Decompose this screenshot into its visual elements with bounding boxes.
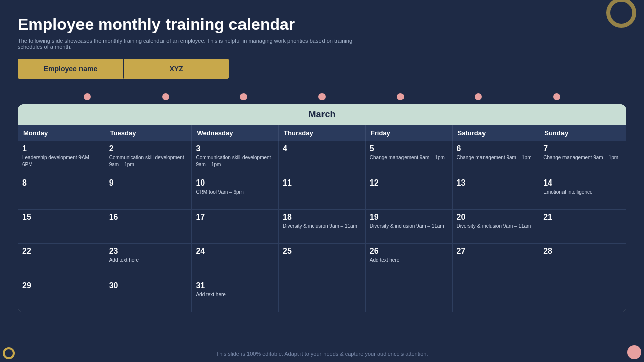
col-thursday: Thursday <box>279 125 366 141</box>
calendar-cell-w2-d7: 14Emotional intelligence <box>539 175 626 210</box>
day-number: 14 <box>543 178 622 188</box>
day-number: 24 <box>196 247 274 256</box>
timeline-dot-3 <box>240 93 247 100</box>
calendar-grid: Monday Tuesday Wednesday Thursday Friday… <box>18 125 626 312</box>
event-text: Diversity & inclusion 9am – 11am <box>283 223 361 230</box>
calendar-cell-w5-d1: 29 <box>18 278 105 312</box>
calendar-cell-w1-d6: 6Change management 9am – 1pm <box>452 141 539 175</box>
calendar-cell-w2-d4: 11 <box>279 175 366 210</box>
calendar-header-row: Monday Tuesday Wednesday Thursday Friday… <box>18 125 626 141</box>
day-number: 22 <box>22 247 101 256</box>
calendar-week-1: 1Leadership development 9AM – 6PM2Commun… <box>18 141 626 175</box>
deco-circle-bottom-right <box>627 345 641 359</box>
day-number: 15 <box>22 213 101 222</box>
deco-circle-bottom-left <box>3 347 15 359</box>
page-subtitle: The following slide showcases the monthl… <box>18 38 370 50</box>
employee-value: XYZ <box>123 59 229 79</box>
timeline-dot-7 <box>553 93 560 100</box>
event-text: Diversity & inclusion 9am – 11am <box>457 223 535 230</box>
day-number: 31 <box>196 281 274 290</box>
col-sunday: Sunday <box>539 125 626 141</box>
timeline-dot-5 <box>397 93 404 100</box>
calendar-cell-w2-d1: 8 <box>18 175 105 210</box>
day-number: 2 <box>109 144 188 153</box>
employee-label: Employee name <box>18 59 123 79</box>
calendar-cell-w4-d7: 28 <box>539 244 626 278</box>
page-container: Employee monthly training calendar The f… <box>0 0 644 362</box>
event-text: Leadership development 9AM – 6PM <box>22 154 101 168</box>
calendar-cell-w2-d5: 12 <box>365 175 452 210</box>
calendar-cell-w4-d2: 23Add text here <box>105 244 192 278</box>
day-number: 25 <box>283 247 361 256</box>
calendar-cell-w1-d7: 7Change management 9am – 1pm <box>539 141 626 175</box>
event-text: Change management 9am – 1pm <box>543 154 622 161</box>
month-header: March <box>18 104 626 125</box>
timeline-container <box>18 89 626 104</box>
footer-text: This slide is 100% editable. Adapt it to… <box>216 351 428 357</box>
calendar-cell-w5-d7 <box>539 278 626 312</box>
day-number: 1 <box>22 144 101 153</box>
day-number: 19 <box>370 213 448 222</box>
day-number: 29 <box>22 281 101 290</box>
calendar-cell-w3-d3: 17 <box>192 210 279 244</box>
calendar-cell-w5-d6 <box>452 278 539 312</box>
day-number: 18 <box>283 213 361 222</box>
col-monday: Monday <box>18 125 105 141</box>
calendar-cell-w2-d6: 13 <box>452 175 539 210</box>
day-number: 11 <box>283 178 361 188</box>
event-text: CRM tool 9am – 6pm <box>196 189 274 196</box>
calendar-cell-w5-d2: 30 <box>105 278 192 312</box>
day-number: 8 <box>22 178 101 188</box>
day-number: 26 <box>370 247 448 256</box>
calendar-cell-w3-d2: 16 <box>105 210 192 244</box>
event-text: Add text here <box>196 291 274 298</box>
event-text: Communication skill development 9am – 1p… <box>196 154 274 168</box>
calendar-cell-w1-d5: 5Change management 9am – 1pm <box>365 141 452 175</box>
timeline-dot-6 <box>475 93 482 100</box>
calendar-cell-w4-d5: 26Add text here <box>365 244 452 278</box>
col-wednesday: Wednesday <box>192 125 279 141</box>
day-number: 3 <box>196 144 274 153</box>
day-number: 13 <box>457 178 535 188</box>
calendar-cell-w3-d1: 15 <box>18 210 105 244</box>
day-number: 28 <box>543 247 622 256</box>
calendar-cell-w2-d2: 9 <box>105 175 192 210</box>
page-title: Employee monthly training calendar <box>18 15 626 34</box>
col-friday: Friday <box>365 125 452 141</box>
day-number: 10 <box>196 178 274 188</box>
day-number: 21 <box>543 213 622 222</box>
calendar-cell-w1-d4: 4 <box>279 141 366 175</box>
event-text: Communication skill development 9am – 1p… <box>109 154 188 168</box>
event-text: Emotional intelligence <box>543 189 622 196</box>
timeline-dots <box>18 89 626 104</box>
calendar-cell-w3-d4: 18Diversity & inclusion 9am – 11am <box>279 210 366 244</box>
day-number: 17 <box>196 213 274 222</box>
calendar-cell-w2-d3: 10CRM tool 9am – 6pm <box>192 175 279 210</box>
calendar-cell-w4-d3: 24 <box>192 244 279 278</box>
day-number: 5 <box>370 144 448 153</box>
timeline-dot-2 <box>162 93 169 100</box>
calendar-cell-w1-d2: 2Communication skill development 9am – 1… <box>105 141 192 175</box>
employee-bar: Employee name XYZ <box>18 59 229 79</box>
day-number: 27 <box>457 247 535 256</box>
calendar-cell-w4-d4: 25 <box>279 244 366 278</box>
calendar-cell-w5-d5 <box>365 278 452 312</box>
event-text: Add text here <box>370 257 448 264</box>
col-saturday: Saturday <box>452 125 539 141</box>
event-text: Change management 9am – 1pm <box>457 154 535 161</box>
calendar-week-2: 8910CRM tool 9am – 6pm11121314Emotional … <box>18 175 626 210</box>
day-number: 12 <box>370 178 448 188</box>
day-number: 6 <box>457 144 535 153</box>
calendar-cell-w4-d1: 22 <box>18 244 105 278</box>
calendar-cell-w5-d3: 31Add text here <box>192 278 279 312</box>
day-number: 16 <box>109 213 188 222</box>
calendar-cell-w1-d1: 1Leadership development 9AM – 6PM <box>18 141 105 175</box>
calendar-week-4: 2223Add text here242526Add text here2728 <box>18 244 626 278</box>
day-number: 23 <box>109 247 188 256</box>
event-text: Add text here <box>109 257 188 264</box>
day-number: 20 <box>457 213 535 222</box>
day-number: 7 <box>543 144 622 153</box>
event-text: Diversity & inclusion 9am – 11am <box>370 223 448 230</box>
day-number: 30 <box>109 281 188 290</box>
timeline-dot-4 <box>318 93 326 100</box>
